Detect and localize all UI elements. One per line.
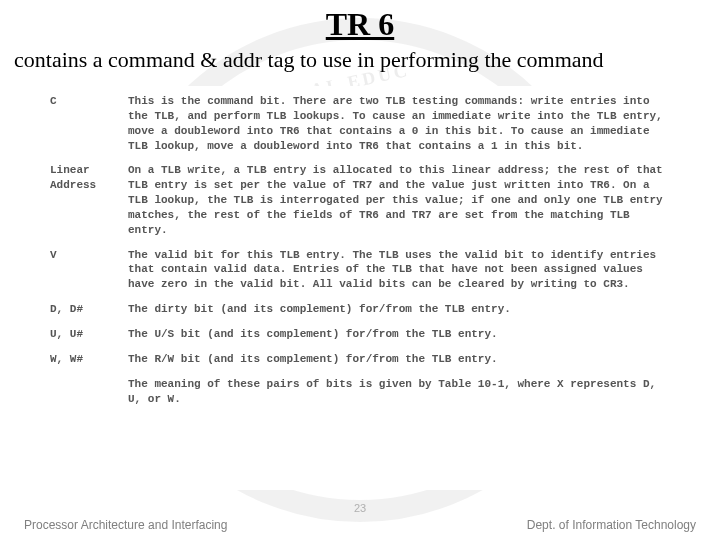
page-title: TR 6: [0, 0, 720, 43]
page-number: 23: [354, 502, 366, 514]
field-name: Linear Address: [50, 163, 128, 237]
field-table: C This is the command bit. There are two…: [38, 86, 682, 490]
footer: Processor Architecture and Interfacing D…: [0, 518, 720, 532]
field-name: W, W#: [50, 352, 128, 367]
table-note: The meaning of these pairs of bits is gi…: [128, 377, 670, 407]
field-desc: This is the command bit. There are two T…: [128, 94, 670, 153]
footer-left: Processor Architecture and Interfacing: [24, 518, 227, 532]
field-desc: The valid bit for this TLB entry. The TL…: [128, 248, 670, 293]
field-desc: The R/W bit (and its complement) for/fro…: [128, 352, 670, 367]
field-desc: The dirty bit (and its complement) for/f…: [128, 302, 670, 317]
table-row: D, D# The dirty bit (and its complement)…: [50, 302, 670, 317]
field-name: D, D#: [50, 302, 128, 317]
field-desc: On a TLB write, a TLB entry is allocated…: [128, 163, 670, 237]
page-subtitle: contains a command & addr tag to use in …: [0, 43, 720, 73]
footer-right: Dept. of Information Technology: [527, 518, 696, 532]
field-name: U, U#: [50, 327, 128, 342]
field-name: C: [50, 94, 128, 153]
slide: AL EDUC Y · PUN TR 6 contains a command …: [0, 0, 720, 540]
table-row: U, U# The U/S bit (and its complement) f…: [50, 327, 670, 342]
field-desc: The U/S bit (and its complement) for/fro…: [128, 327, 670, 342]
table-row: W, W# The R/W bit (and its complement) f…: [50, 352, 670, 367]
field-name: V: [50, 248, 128, 293]
table-row: C This is the command bit. There are two…: [50, 94, 670, 153]
table-row: V The valid bit for this TLB entry. The …: [50, 248, 670, 293]
table-row: Linear Address On a TLB write, a TLB ent…: [50, 163, 670, 237]
